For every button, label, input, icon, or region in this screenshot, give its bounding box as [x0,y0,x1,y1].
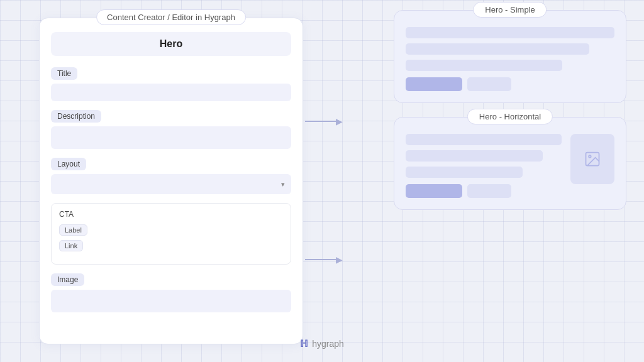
preview-title-bar [406,27,614,38]
layout-field-group: Layout ▾ [51,158,291,194]
cta-label-field: Label [59,224,87,236]
preview-desc-bar-2 [406,60,562,71]
hygraph-text: hygraph [312,339,344,349]
editor-panel-label: Content Creator / Editor in Hygraph [96,9,246,25]
preview-desc-bar-1 [406,43,589,55]
layout-field-label: Layout [51,158,86,170]
arrow-to-simple: ▶ [305,116,343,126]
editor-panel: Content Creator / Editor in Hygraph Hero… [39,18,303,344]
title-field-label: Title [51,67,77,80]
preview-horizontal-buttons [406,184,562,198]
title-field-group: Title [51,67,291,101]
description-field-group: Description [51,110,291,149]
preview-h-title-bar [406,134,562,145]
image-input[interactable] [51,290,291,312]
hygraph-logo: ℍ hygraph [300,338,344,349]
cta-link-row: Link [59,239,283,251]
description-field-label: Description [51,110,101,123]
image-field-group: Image [51,273,291,312]
preview-image-placeholder [570,134,614,184]
preview-horizontal-panel: Hero - Horizontal [394,117,626,210]
preview-simple-buttons [406,77,614,91]
preview-simple-label: Hero - Simple [473,2,547,18]
description-input[interactable] [51,126,291,149]
preview-h-desc-bar-2 [406,167,523,178]
preview-h-primary-button [406,184,462,198]
preview-container: Hero - Simple Hero - Horizontal [394,10,626,210]
preview-horizontal-label: Hero - Horizontal [467,109,553,124]
preview-horizontal-inner [406,134,614,198]
preview-simple-panel: Hero - Simple [394,10,626,103]
cta-group: CTA Label Link [51,203,291,265]
title-input[interactable] [51,84,291,101]
chevron-down-icon: ▾ [281,180,285,189]
image-field-label: Image [51,273,84,286]
cta-label-row: Label [59,224,283,236]
preview-primary-button [406,77,462,91]
preview-h-desc-bar-1 [406,150,543,162]
cta-link-field: Link [59,240,83,251]
editor-title: Hero [51,32,291,56]
arrow-to-horizontal: ▶ [305,255,343,265]
cta-label: CTA [59,210,283,219]
preview-secondary-button [467,77,511,91]
svg-point-1 [589,155,591,158]
hygraph-icon: ℍ [300,338,308,349]
preview-horizontal-text [406,134,562,198]
preview-h-secondary-button [467,184,511,198]
layout-select[interactable]: ▾ [51,174,291,194]
